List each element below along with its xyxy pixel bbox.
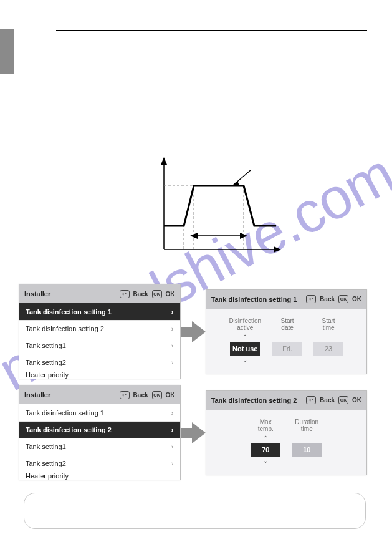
chevron-down-icon[interactable]: ⌄ [242,357,247,363]
menu-item-heater-priority[interactable]: Heater priority [19,472,180,480]
back-icon[interactable]: ↩ [120,391,130,399]
installer-panel-2: Installer ↩ Back OK OK Tank disinfection… [19,385,181,480]
svg-marker-13 [181,321,206,342]
chevron-right-icon: › [171,342,174,349]
ok-label: OK [352,397,361,404]
panel-header: Installer ↩ Back OK OK [19,284,180,303]
panel-header: Tank disinfection setting 2 ↩ Back OK OK [206,391,367,410]
ok-icon[interactable]: OK [152,290,162,298]
ok-label: OK [166,392,175,399]
panel-header: Tank disinfection setting 1 ↩ Back OK OK [206,290,367,309]
arrow-right-icon [181,319,206,344]
ok-label: OK [352,296,361,303]
back-label: Back [133,291,148,298]
field-value: 10 [292,443,322,457]
field-value: 70 [251,443,280,457]
svg-marker-3 [274,246,281,253]
detail-panel-2: Tank disinfection setting 2 ↩ Back OK OK… [206,390,368,475]
chevron-right-icon: › [171,409,174,417]
menu-item-tank-2[interactable]: Tank setting2› [19,455,180,472]
chevron-up-icon[interactable]: ⌃ [242,334,247,341]
field-value: Fri. [272,342,302,356]
menu-item-tank-1[interactable]: Tank setting1› [19,337,180,354]
note-box [24,493,366,529]
menu-item-tank-2[interactable]: Tank setting2› [19,354,180,371]
svg-marker-1 [161,157,167,165]
back-label: Back [320,296,335,303]
svg-marker-12 [240,233,247,239]
chevron-down-icon[interactable]: ⌄ [263,458,268,464]
menu-item-tank-1[interactable]: Tank setting1› [19,438,180,455]
menu-item-heater-priority[interactable]: Heater priority [19,371,180,379]
field-disinfection-active[interactable]: Disinfectionactive ⌃ Not use ⌄ [229,317,261,364]
chevron-right-icon: › [171,359,174,366]
field-start-date[interactable]: Startdate Fri. [272,317,302,364]
panel-title: Tank disinfection setting 2 [211,397,307,404]
back-icon[interactable]: ↩ [120,290,130,298]
back-icon[interactable]: ↩ [306,295,316,303]
installer-panel-1: Installer ↩ Back OK OK Tank disinfection… [19,284,181,379]
svg-marker-11 [190,233,198,239]
chevron-right-icon: › [171,325,174,332]
menu-item-disinfection-2[interactable]: Tank disinfection setting 2› [19,421,180,438]
panel-title: Installer [24,391,120,399]
menu-item-disinfection-2[interactable]: Tank disinfection setting 2› [19,320,180,337]
ok-label: OK [166,291,175,298]
field-value: 23 [313,342,343,356]
menu-item-disinfection-1[interactable]: Tank disinfection setting 1› [19,404,180,421]
chevron-right-icon: › [171,443,174,450]
chevron-up-icon[interactable]: ⌃ [263,435,268,442]
ok-icon[interactable]: OK [338,295,348,303]
back-icon[interactable]: ↩ [306,396,316,404]
panel-title: Installer [24,290,120,298]
detail-panel-1: Tank disinfection setting 1 ↩ Back OK OK… [206,289,368,374]
back-label: Back [320,397,335,404]
side-tab [0,29,14,74]
ok-icon[interactable]: OK [152,391,162,399]
chevron-right-icon: › [171,460,174,467]
chevron-right-icon: › [171,426,174,433]
field-value: Not use [230,342,260,356]
svg-marker-14 [181,422,206,443]
field-duration-time[interactable]: Durationtime 10 [292,419,322,465]
panel-header: Installer ↩ Back OK OK [19,385,180,404]
panel-title: Tank disinfection setting 1 [211,296,307,303]
header-rule [56,30,367,31]
chevron-right-icon: › [171,308,174,316]
arrow-right-icon [181,420,206,445]
back-label: Back [133,392,148,399]
field-max-temp[interactable]: Maxtemp. ⌃ 70 ⌄ [251,419,280,465]
menu-item-disinfection-1[interactable]: Tank disinfection setting 1› [19,303,180,320]
disinfection-graph [145,156,282,262]
ok-icon[interactable]: OK [338,396,348,404]
field-start-time[interactable]: Starttime 23 [313,317,343,364]
